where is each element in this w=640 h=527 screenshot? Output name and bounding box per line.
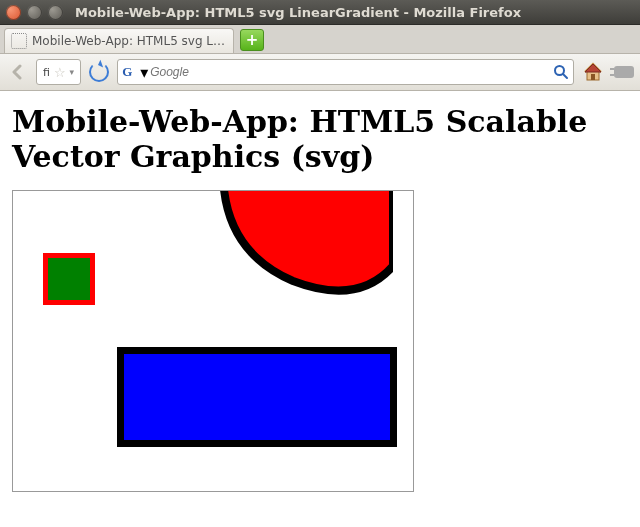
back-button[interactable] <box>6 60 30 84</box>
url-dropdown-icon[interactable]: ▾ <box>70 67 75 77</box>
window-title: Mobile-Web-App: HTML5 svg LinearGradient… <box>75 5 521 20</box>
page-heading: Mobile-Web-App: HTML5 Scalable Vector Gr… <box>12 105 628 174</box>
plugin-indicator-icon[interactable] <box>614 66 634 78</box>
home-button[interactable] <box>582 61 604 83</box>
google-engine-icon[interactable]: G <box>122 64 140 80</box>
url-identity-label: fi <box>43 66 50 79</box>
search-engine-dropdown-icon[interactable]: ▾ <box>140 63 148 82</box>
reload-button[interactable] <box>89 62 109 82</box>
red-blob-shape <box>133 190 393 341</box>
search-submit-button[interactable] <box>553 64 569 80</box>
titlebar: Mobile-Web-App: HTML5 svg LinearGradient… <box>0 0 640 25</box>
page-content: Mobile-Web-App: HTML5 Scalable Vector Gr… <box>0 91 640 527</box>
blue-rectangle-shape <box>117 347 397 447</box>
tab-label: Mobile-Web-App: HTML5 svg L… <box>32 34 225 48</box>
new-tab-button[interactable]: + <box>240 29 264 51</box>
url-box[interactable]: fi ☆ ▾ <box>36 59 81 85</box>
svg-canvas <box>12 190 414 492</box>
svg-line-1 <box>563 74 567 78</box>
window-close-button[interactable] <box>6 5 21 20</box>
navigation-toolbar: fi ☆ ▾ G ▾ <box>0 54 640 91</box>
favicon-placeholder-icon <box>11 33 27 49</box>
active-tab[interactable]: Mobile-Web-App: HTML5 svg L… <box>4 28 234 53</box>
home-icon <box>582 61 604 83</box>
bookmark-star-icon[interactable]: ☆ <box>54 65 66 80</box>
firefox-window: Mobile-Web-App: HTML5 svg LinearGradient… <box>0 0 640 527</box>
plus-icon: + <box>246 33 259 48</box>
window-minimize-button[interactable] <box>27 5 42 20</box>
tab-strip: Mobile-Web-App: HTML5 svg L… + <box>0 25 640 54</box>
green-square-shape <box>43 253 95 305</box>
search-input[interactable] <box>148 64 553 80</box>
back-arrow-icon <box>10 64 26 80</box>
window-maximize-button[interactable] <box>48 5 63 20</box>
svg-rect-3 <box>591 74 595 80</box>
magnifier-icon <box>553 64 569 80</box>
search-box[interactable]: G ▾ <box>117 59 574 85</box>
